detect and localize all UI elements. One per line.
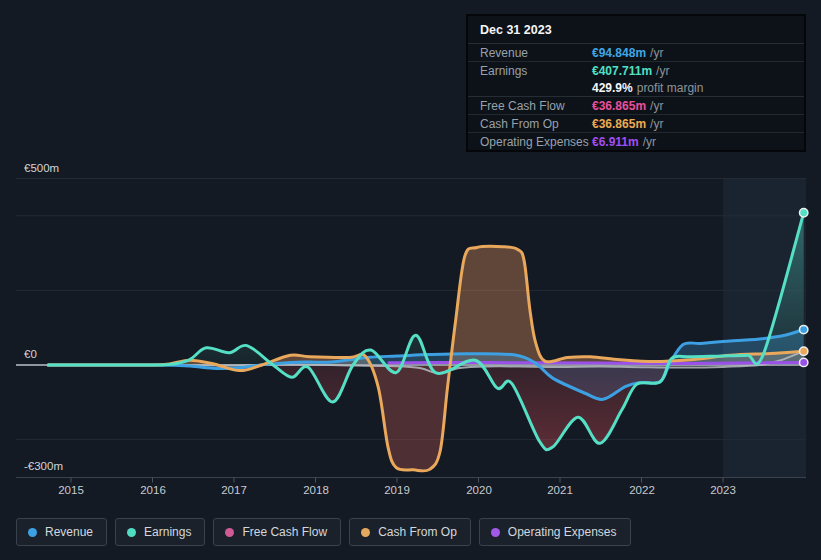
tooltip-row-revenue: Revenue €94.848m /yr xyxy=(468,44,804,62)
legend-item-operating-expenses[interactable]: Operating Expenses xyxy=(479,518,631,546)
legend-label: Operating Expenses xyxy=(508,525,617,539)
legend-item-earnings[interactable]: Earnings xyxy=(115,518,205,546)
x-axis-label-2021: 2021 xyxy=(538,484,582,496)
tooltip-value-margin: 429.9% xyxy=(592,81,633,95)
chart-legend: RevenueEarningsFree Cash FlowCash From O… xyxy=(16,518,631,546)
y-axis-label: -€300m xyxy=(24,460,63,472)
x-axis-label-2018: 2018 xyxy=(294,484,338,496)
tooltip-value-fcf: €36.865m xyxy=(592,99,646,113)
legend-item-revenue[interactable]: Revenue xyxy=(16,518,107,546)
legend-item-cash-from-op[interactable]: Cash From Op xyxy=(349,518,471,546)
tooltip-value-cfo: €36.865m xyxy=(592,117,646,131)
chart-page: €500m€0-€300m 20152016201720182019202020… xyxy=(0,0,821,560)
x-axis-label-2016: 2016 xyxy=(131,484,175,496)
x-axis-label-2015: 2015 xyxy=(49,484,93,496)
x-axis-label-2022: 2022 xyxy=(620,484,664,496)
tooltip-suffix-opex: /yr xyxy=(643,135,656,149)
legend-label: Free Cash Flow xyxy=(242,525,327,539)
tooltip-date: Dec 31 2023 xyxy=(468,16,804,44)
x-axis-label-2017: 2017 xyxy=(212,484,256,496)
tooltip-row-fcf: Free Cash Flow €36.865m /yr xyxy=(468,97,804,115)
legend-dot-icon xyxy=(361,528,370,537)
tooltip-suffix-cfo: /yr xyxy=(650,117,663,131)
legend-item-free-cash-flow[interactable]: Free Cash Flow xyxy=(213,518,341,546)
tooltip-label-earnings: Earnings xyxy=(480,64,592,78)
chart-tooltip: Dec 31 2023 Revenue €94.848m /yr Earning… xyxy=(466,14,806,152)
legend-label: Earnings xyxy=(144,525,191,539)
tooltip-value-opex: €6.911m xyxy=(592,135,639,149)
tooltip-suffix-fcf: /yr xyxy=(650,99,663,113)
x-axis-label-2023: 2023 xyxy=(701,484,745,496)
y-axis-label: €500m xyxy=(24,162,59,174)
tooltip-row-earnings: Earnings €407.711m /yr xyxy=(468,62,804,79)
legend-label: Revenue xyxy=(45,525,93,539)
tooltip-suffix-revenue: /yr xyxy=(650,46,663,60)
tooltip-value-earnings: €407.711m xyxy=(592,64,652,78)
tooltip-suffix-margin: profit margin xyxy=(637,81,704,95)
y-axis-label: €0 xyxy=(24,348,37,360)
tooltip-label-fcf: Free Cash Flow xyxy=(480,99,592,113)
tooltip-row-cfo: Cash From Op €36.865m /yr xyxy=(468,115,804,133)
legend-dot-icon xyxy=(28,528,37,537)
legend-dot-icon xyxy=(225,528,234,537)
tooltip-row-opex: Operating Expenses €6.911m /yr xyxy=(468,133,804,150)
tooltip-suffix-earnings: /yr xyxy=(656,64,669,78)
tooltip-label-cfo: Cash From Op xyxy=(480,117,592,131)
tooltip-row-margin: 429.9% profit margin xyxy=(468,79,804,97)
legend-label: Cash From Op xyxy=(378,525,457,539)
legend-dot-icon xyxy=(127,528,136,537)
tooltip-label-opex: Operating Expenses xyxy=(480,135,592,149)
legend-dot-icon xyxy=(491,528,500,537)
tooltip-value-revenue: €94.848m xyxy=(592,46,646,60)
tooltip-label-revenue: Revenue xyxy=(480,46,592,60)
x-axis-label-2020: 2020 xyxy=(457,484,501,496)
x-axis-label-2019: 2019 xyxy=(375,484,419,496)
